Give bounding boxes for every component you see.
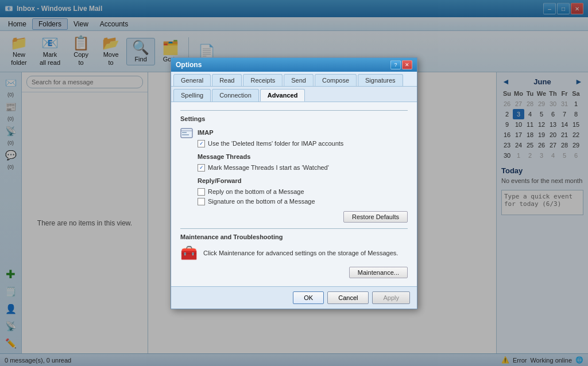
tab-receipts[interactable]: Receipts: [243, 74, 283, 86]
apply-button[interactable]: Apply: [372, 291, 410, 304]
options-dialog: Options ? ✕ General Read Receipts Send C…: [171, 57, 417, 309]
modal-title-bar: Options ? ✕: [171, 58, 417, 72]
modal-footer: OK Cancel Apply: [171, 286, 417, 309]
tab-connection[interactable]: Connection: [212, 89, 259, 102]
tab-compose[interactable]: Compose: [315, 74, 357, 86]
imap-checkbox2-row: ✓ Mark Message Threads I start as 'Watch…: [198, 164, 343, 172]
imap-row: IMAP ✓ Use the 'Deleted Items' folder fo…: [180, 126, 408, 205]
reply-forward-title: Reply/Forward: [198, 177, 343, 184]
checkbox4-row: Signature on the bottom of a Message: [198, 198, 343, 205]
imap-options: IMAP ✓ Use the 'Deleted Items' folder fo…: [198, 126, 343, 205]
toolbox-icon: 🧰: [180, 245, 198, 261]
tab-signatures[interactable]: Signatures: [358, 74, 403, 86]
tab-spelling[interactable]: Spelling: [173, 89, 211, 102]
restore-defaults-button[interactable]: Restore Defaults: [343, 211, 408, 223]
dialog-close-button[interactable]: ✕: [402, 60, 412, 69]
maintenance-text: Click Maintenance for advanced settings …: [203, 250, 398, 256]
svg-rect-2: [182, 132, 187, 133]
maintenance-section: Maintenance and Troubleshooting 🧰 Click …: [180, 228, 408, 278]
imap-checkbox2[interactable]: ✓: [198, 164, 205, 172]
tab-general[interactable]: General: [173, 74, 211, 86]
settings-label: Settings: [180, 115, 408, 122]
imap-icon: [180, 127, 193, 142]
dialog-help-button[interactable]: ?: [390, 60, 401, 69]
checkbox4[interactable]: [198, 198, 205, 205]
modal-title: Options: [176, 61, 202, 69]
message-threads-title: Message Threads: [198, 153, 343, 160]
imap-checkbox2-label: Mark Message Threads I start as 'Watched…: [208, 164, 329, 171]
maintenance-title: Maintenance and Troubleshooting: [180, 233, 408, 240]
ok-button[interactable]: OK: [293, 291, 324, 304]
maintenance-button[interactable]: Maintenance...: [349, 267, 408, 278]
svg-rect-3: [182, 134, 189, 135]
maintenance-row: 🧰 Click Maintenance for advanced setting…: [180, 245, 408, 261]
checkbox3-label: Reply on the bottom of a Message: [208, 188, 304, 195]
tab-send[interactable]: Send: [284, 74, 314, 86]
imap-section-title: IMAP: [198, 129, 343, 136]
checkbox3[interactable]: [198, 188, 205, 196]
imap-checkbox1[interactable]: ✓: [198, 140, 205, 147]
modal-overlay: Options ? ✕ General Read Receipts Send C…: [0, 0, 588, 366]
imap-checkbox1-row: ✓ Use the 'Deleted Items' folder for IMA…: [198, 140, 343, 147]
cancel-button[interactable]: Cancel: [327, 291, 369, 304]
tab-bar-row2: Spelling Connection Advanced: [171, 87, 417, 102]
checkbox3-row: Reply on the bottom of a Message: [198, 188, 343, 196]
checkbox4-label: Signature on the bottom of a Message: [208, 198, 315, 205]
tab-bar-row1: General Read Receipts Send Compose Signa…: [171, 72, 417, 87]
restore-btn-row: Restore Defaults: [180, 211, 408, 223]
modal-content: Settings IMAP ✓: [171, 102, 417, 286]
settings-group: Settings IMAP ✓: [180, 110, 408, 223]
tab-advanced[interactable]: Advanced: [260, 89, 305, 102]
maintenance-btn-row: Maintenance...: [180, 267, 408, 278]
imap-checkbox1-label: Use the 'Deleted Items' folder for IMAP …: [208, 140, 343, 147]
modal-title-controls: ? ✕: [390, 60, 412, 69]
tab-read[interactable]: Read: [212, 74, 242, 86]
